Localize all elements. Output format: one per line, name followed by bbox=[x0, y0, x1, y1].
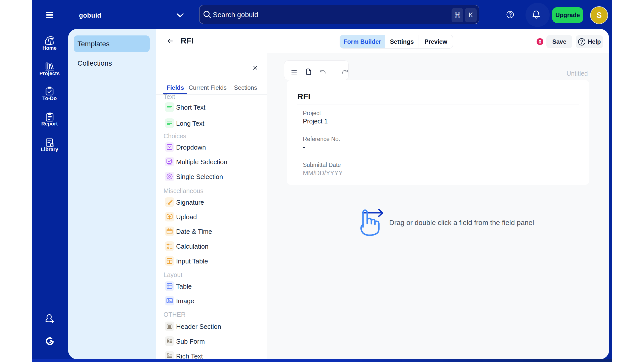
svg-text:2: 2 bbox=[170, 231, 172, 234]
